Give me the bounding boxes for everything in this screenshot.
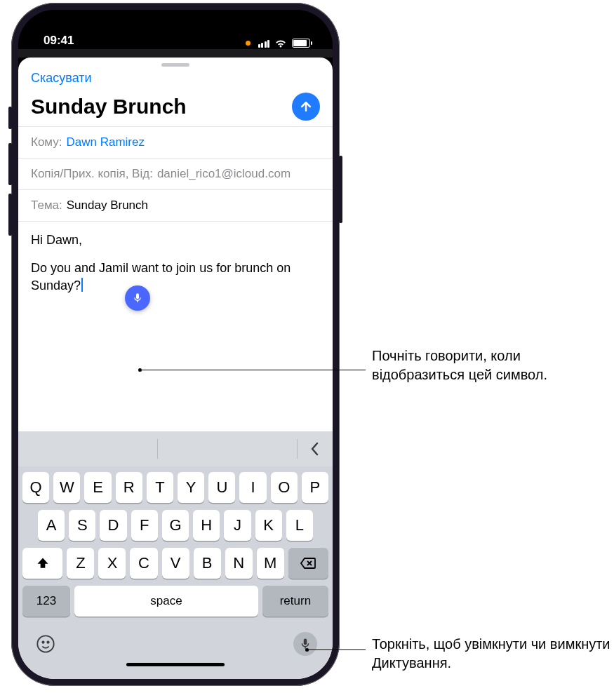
cellular-signal-icon: [258, 39, 270, 48]
svg-point-1: [42, 642, 44, 643]
keyboard-toolbar: [18, 431, 333, 466]
key-d[interactable]: D: [100, 510, 126, 541]
screen: 09:41 Скасувати Sunday Brunch: [18, 10, 333, 679]
home-indicator[interactable]: [126, 663, 225, 666]
volume-down-button: [8, 194, 12, 236]
shift-icon: [36, 556, 50, 570]
space-key[interactable]: space: [74, 586, 258, 617]
key-o[interactable]: O: [271, 472, 298, 503]
compose-title: Sunday Brunch: [31, 95, 187, 119]
battery-icon: [292, 39, 310, 48]
key-y[interactable]: Y: [178, 472, 204, 503]
sheet-backdrop: [18, 49, 333, 58]
power-button: [339, 156, 342, 223]
to-label: Кому:: [31, 135, 62, 149]
dictation-indicator: [125, 285, 150, 311]
key-l[interactable]: L: [286, 510, 313, 541]
key-t[interactable]: T: [147, 472, 173, 503]
subject-value: Sunday Brunch: [67, 198, 148, 213]
cc-label: Копія/Прих. копія, Від:: [31, 167, 153, 181]
shift-key[interactable]: [22, 548, 62, 579]
chevron-left-icon: [310, 441, 320, 457]
keyboard-rows: QWERTYUIOP ASDFGHJKL ZXCVBNM 123 space: [18, 466, 333, 628]
key-m[interactable]: M: [257, 548, 284, 579]
key-g[interactable]: G: [162, 510, 189, 541]
phone-frame: 09:41 Скасувати Sunday Brunch: [11, 3, 340, 686]
subject-field[interactable]: Тема: Sunday Brunch: [18, 189, 333, 221]
key-k[interactable]: K: [255, 510, 282, 541]
key-s[interactable]: S: [69, 510, 95, 541]
mic-in-use-dot: [246, 41, 251, 46]
callout-text: Почніть говорити, коли відобразиться цей…: [372, 346, 603, 384]
key-x[interactable]: X: [98, 548, 126, 579]
key-z[interactable]: Z: [67, 548, 94, 579]
silent-switch: [8, 107, 12, 129]
key-b[interactable]: B: [194, 548, 221, 579]
body-line: Hi Dawn,: [31, 231, 320, 248]
collapse-toolbar-button[interactable]: [298, 431, 333, 466]
emoji-button[interactable]: [34, 632, 58, 656]
dictation-button[interactable]: [293, 632, 317, 656]
return-key[interactable]: return: [262, 586, 328, 617]
key-q[interactable]: Q: [22, 472, 49, 503]
backspace-icon: [300, 557, 316, 570]
key-r[interactable]: R: [116, 472, 142, 503]
callout-text: Торкніть, щоб увімкнути чи вимкнути Дикт…: [372, 635, 610, 673]
key-u[interactable]: U: [208, 472, 235, 503]
sheet-grabber[interactable]: [161, 63, 189, 67]
send-button[interactable]: [292, 93, 320, 121]
dynamic-island: [130, 21, 221, 46]
cc-value: daniel_rico1@icloud.com: [157, 167, 291, 181]
subject-label: Тема:: [31, 198, 62, 213]
key-w[interactable]: W: [53, 472, 80, 503]
volume-up-button: [8, 143, 12, 185]
status-right: [246, 39, 311, 48]
key-e[interactable]: E: [84, 472, 111, 503]
compose-sheet: Скасувати Sunday Brunch Кому: Dawn Ramir…: [18, 58, 333, 679]
callout-line: [140, 370, 366, 370]
status-time: 09:41: [44, 34, 74, 48]
cancel-button[interactable]: Скасувати: [31, 71, 92, 85]
key-h[interactable]: H: [193, 510, 220, 541]
text-cursor: [81, 278, 83, 292]
to-field[interactable]: Кому: Dawn Ramirez: [18, 126, 333, 158]
backspace-key[interactable]: [288, 548, 328, 579]
body-line: Do you and Jamil want to join us for bru…: [31, 260, 320, 294]
key-v[interactable]: V: [162, 548, 189, 579]
microphone-icon: [132, 292, 143, 304]
arrow-up-icon: [299, 100, 313, 114]
wifi-icon: [274, 39, 287, 48]
numbers-key[interactable]: 123: [22, 586, 70, 617]
callout-line: [307, 649, 366, 650]
key-p[interactable]: P: [302, 472, 328, 503]
to-recipient[interactable]: Dawn Ramirez: [66, 135, 144, 149]
key-a[interactable]: A: [38, 510, 65, 541]
key-i[interactable]: I: [239, 472, 266, 503]
svg-point-0: [37, 635, 53, 652]
key-n[interactable]: N: [225, 548, 253, 579]
keyboard: QWERTYUIOP ASDFGHJKL ZXCVBNM 123 space: [18, 431, 333, 679]
body-textarea[interactable]: Hi Dawn, Do you and Jamil want to join u…: [18, 221, 333, 431]
key-c[interactable]: C: [130, 548, 157, 579]
cc-field[interactable]: Копія/Прих. копія, Від: daniel_rico1@icl…: [18, 158, 333, 189]
svg-point-2: [47, 642, 48, 643]
key-f[interactable]: F: [131, 510, 158, 541]
emoji-icon: [36, 634, 55, 654]
key-j[interactable]: J: [224, 510, 251, 541]
